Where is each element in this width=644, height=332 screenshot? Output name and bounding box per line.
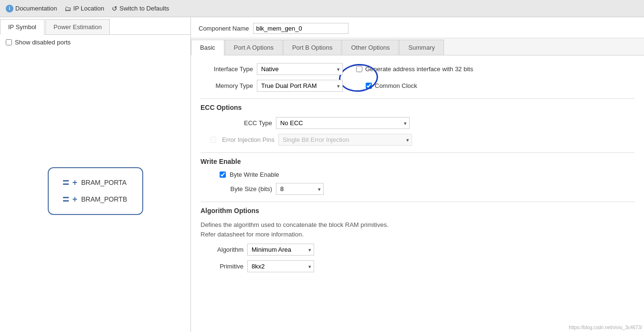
tab-port-b-options[interactable]: Port B Options (283, 40, 342, 55)
tab-ip-symbol[interactable]: IP Symbol (0, 19, 44, 35)
left-tabs-bar: IP Symbol Power Estimation (0, 17, 190, 35)
algorithm-desc: Defines the algorithm used to concatenat… (201, 220, 634, 239)
right-panel: Component Name Basic Port A Options Port… (191, 17, 644, 332)
tab-summary[interactable]: Summary (399, 40, 444, 55)
byte-write-row: Byte Write Enable (220, 171, 634, 178)
write-enable-title: Write Enable (201, 158, 634, 165)
error-injection-row: Error Injection Pins Single Bit Error In… (210, 134, 634, 146)
config-tabs-bar: Basic Port A Options Port B Options Othe… (191, 38, 644, 55)
interface-type-row: Interface Type Native AXI4 AXI4 Lite Gen… (201, 63, 634, 75)
algo-divider (201, 202, 634, 202)
ecc-divider (201, 98, 634, 99)
url-watermark: https://blog.csdn.net/viviu_3c4673/ (569, 325, 642, 330)
portb-plus-icon: + (73, 194, 78, 204)
refresh-icon: ↺ (112, 5, 117, 12)
component-name-input[interactable] (253, 23, 348, 34)
byte-size-row: Byte Size (bits) 8 9 (220, 183, 634, 195)
common-clock-checkbox[interactable] (366, 83, 372, 89)
component-name-label: Component Name (199, 25, 249, 32)
bram-symbol-box: + BRAM_PORTA + BRAM_PORTB (48, 167, 143, 215)
ip-location-link[interactable]: 🗂 IP Location (64, 5, 104, 12)
portb-label: BRAM_PORTB (81, 195, 127, 203)
ecc-type-row: ECC Type No ECC Hamming Code ECC Both (210, 117, 634, 129)
generate-addr-checkbox[interactable] (356, 66, 362, 72)
write-divider (201, 152, 634, 153)
interface-checkboxes: Generate address interface with 32 bits (356, 65, 473, 73)
ecc-options-title: ECC Options (201, 104, 634, 111)
component-name-row: Component Name (191, 17, 644, 38)
byte-write-label: Byte Write Enable (230, 171, 279, 178)
folder-icon: 🗂 (64, 5, 71, 12)
tab-port-a-options[interactable]: Port A Options (225, 40, 283, 55)
primitive-select[interactable]: 8kx2 (247, 260, 314, 272)
common-clock-row-wrapper: Common Clock (366, 82, 417, 89)
error-injection-select[interactable]: Single Bit Error Injection Double Bit Er… (278, 134, 412, 146)
info-icon: i (6, 5, 13, 12)
interface-type-select[interactable]: Native AXI4 AXI4 Lite (257, 63, 343, 75)
switch-defaults-label: Switch to Defaults (119, 5, 169, 12)
error-injection-select-wrapper: Single Bit Error Injection Double Bit Er… (278, 134, 412, 146)
tab-basic[interactable]: Basic (191, 40, 224, 55)
memory-type-label: Memory Type (201, 82, 253, 89)
interface-type-label: Interface Type (201, 65, 253, 73)
byte-size-select-wrapper: 8 9 (276, 183, 324, 195)
interface-type-select-wrapper: Native AXI4 AXI4 Lite (257, 63, 343, 75)
port-line-1 (63, 180, 69, 182)
port-a-lines (63, 180, 69, 185)
documentation-link[interactable]: i Documentation (6, 5, 57, 12)
bram-portb-row: + BRAM_PORTB (63, 194, 128, 204)
common-clock-label: Common Clock (375, 82, 417, 89)
memory-type-select-wrapper: True Dual Port RAM Simple Dual Port RAM … (257, 80, 343, 92)
show-ports-label: Show disabled ports (15, 39, 71, 46)
generate-addr-label: Generate address interface with 32 bits (365, 65, 473, 73)
generate-addr-row: Generate address interface with 32 bits (356, 65, 473, 73)
porta-label: BRAM_PORTA (81, 179, 127, 186)
switch-defaults-link[interactable]: ↺ Switch to Defaults (112, 5, 169, 12)
symbol-area: + BRAM_PORTA + BRAM_PORTB (0, 50, 190, 332)
tab-power-estimation[interactable]: Power Estimation (45, 19, 110, 34)
algo-desc-line2: Refer datasheet for more information. (201, 231, 304, 238)
memory-type-select[interactable]: True Dual Port RAM Simple Dual Port RAM … (257, 80, 343, 92)
port-b-lines (63, 197, 69, 202)
documentation-label: Documentation (15, 5, 57, 12)
left-panel: IP Symbol Power Estimation Show disabled… (0, 17, 191, 332)
show-ports-row: Show disabled ports (0, 35, 190, 50)
error-injection-checkbox (210, 137, 216, 143)
main-layout: IP Symbol Power Estimation Show disabled… (0, 17, 644, 332)
top-bar: i Documentation 🗂 IP Location ↺ Switch t… (0, 0, 644, 17)
primitive-label: Primitive (210, 263, 243, 270)
port-line-2 (63, 183, 69, 185)
bram-porta-row: + BRAM_PORTA (63, 178, 128, 188)
ecc-type-select-wrapper: No ECC Hamming Code ECC Both (276, 117, 410, 129)
algorithm-select[interactable]: Minimum Area Low Power Fixed Primitives (247, 244, 314, 256)
port-line-4 (63, 200, 69, 202)
ecc-type-label: ECC Type (210, 119, 272, 127)
algorithm-row: Algorithm Minimum Area Low Power Fixed P… (210, 244, 634, 256)
port-line-3 (63, 197, 69, 198)
primitive-select-wrapper: 8kx2 (247, 260, 314, 272)
common-clock-row: Common Clock (366, 82, 417, 89)
tab-other-options[interactable]: Other Options (342, 40, 399, 55)
ip-location-label: IP Location (73, 5, 104, 12)
byte-size-label: Byte Size (bits) (220, 185, 272, 193)
algorithm-select-wrapper: Minimum Area Low Power Fixed Primitives (247, 244, 314, 256)
porta-plus-icon: + (73, 178, 78, 188)
ecc-type-select[interactable]: No ECC Hamming Code ECC Both (276, 117, 410, 129)
show-ports-checkbox[interactable] (6, 39, 12, 45)
byte-write-checkbox[interactable] (220, 171, 226, 178)
primitive-row: Primitive 8kx2 (210, 260, 634, 272)
algorithm-label: Algorithm (210, 246, 243, 253)
config-content: Interface Type Native AXI4 AXI4 Lite Gen… (191, 55, 644, 332)
memory-type-row: Memory Type True Dual Port RAM Simple Du… (201, 80, 634, 92)
byte-size-select[interactable]: 8 9 (276, 183, 324, 195)
algorithm-title: Algorithm Options (201, 207, 634, 214)
error-injection-label: Error Injection Pins (220, 136, 274, 143)
algo-desc-line1: Defines the algorithm used to concatenat… (201, 221, 389, 228)
